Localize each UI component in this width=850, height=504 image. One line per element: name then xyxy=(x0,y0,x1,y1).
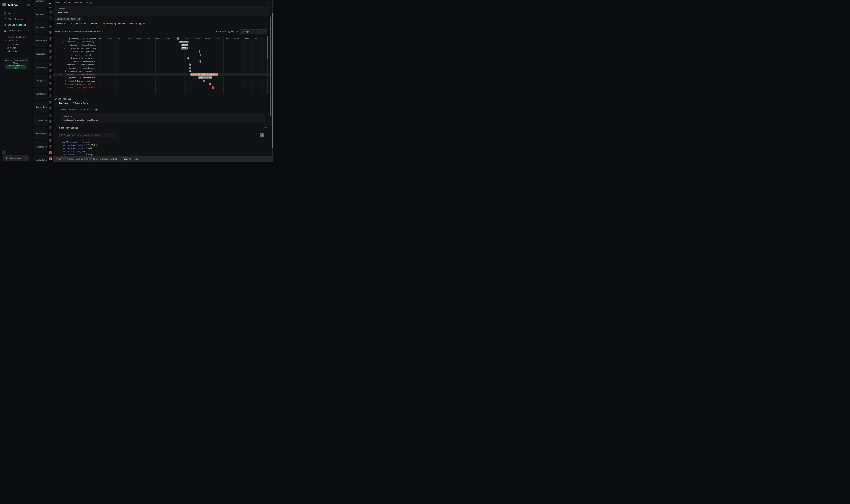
waterfall-row[interactable]: (1)quote | POST /getquote xyxy=(53,50,96,53)
waterfall-row[interactable]: (1)shipping | POST http://quo… xyxy=(53,47,96,50)
session-detail-search-input[interactable]: Sea xyxy=(49,10,53,14)
map-pin-icon[interactable] xyxy=(49,56,53,60)
map-pin-icon[interactable] xyxy=(49,31,53,35)
span-duration-bar[interactable]: oteldemo.Sh xyxy=(179,41,188,43)
chevron-down-icon[interactable] xyxy=(62,44,64,46)
network-error-event-icon[interactable] xyxy=(49,151,53,155)
waterfall-row[interactable]: payment | Visa cache full: c… xyxy=(53,83,96,86)
session-list-item[interactable]: Shaniya.Sc xyxy=(33,74,48,87)
attribute-key[interactable]: net.sock.peer.port xyxy=(63,147,83,149)
session-list-item[interactable]: Deion37@gm xyxy=(33,35,48,47)
map-pin-icon[interactable] xyxy=(49,37,53,41)
page-scrollbar[interactable] xyxy=(272,0,273,162)
span-duration-bar[interactable]: P xyxy=(199,50,200,53)
chevron-down-icon[interactable] xyxy=(60,64,61,66)
span-duration-bar[interactable]: E xyxy=(212,86,214,89)
session-list-item[interactable]: Kieran92@h xyxy=(33,88,48,100)
chevron-down-icon[interactable] xyxy=(64,48,66,49)
session-list-item[interactable]: Anonymous xyxy=(33,21,48,34)
span-duration-bar[interactable]: grpc.oteldemo.P xyxy=(198,76,212,79)
waterfall-row[interactable]: quote | calculate-quote xyxy=(53,60,96,63)
map-pin-icon[interactable] xyxy=(49,120,53,124)
sidebar-collapse-icon[interactable] xyxy=(27,3,30,6)
map-pin-icon[interactable] xyxy=(49,126,53,130)
collapse-section-icon[interactable] xyxy=(265,126,267,128)
waterfall-row[interactable]: (3)payment | grpc.oteldemo.Paymen… xyxy=(53,76,96,79)
session-list-item[interactable]: Walton9@ho xyxy=(33,48,48,60)
map-pin-icon[interactable] xyxy=(49,50,53,54)
waterfall-row[interactable]: payment | Error: Visa cache ful… xyxy=(53,86,96,89)
map-pin-icon[interactable] xyxy=(49,101,53,105)
map-pin-icon[interactable] xyxy=(49,145,53,149)
map-pin-icon[interactable] xyxy=(49,82,53,86)
create-dashboard-button[interactable]: + Create Dashboard xyxy=(5,36,26,38)
map-pin-icon[interactable] xyxy=(49,75,53,79)
session-list-item[interactable]: Roderick_S xyxy=(33,61,48,73)
span-duration-bar[interactable]: { xyxy=(200,54,201,56)
chevron-down-icon[interactable] xyxy=(60,41,61,43)
preset-item-clickhouse[interactable]: Clickhouse xyxy=(7,43,30,46)
map-pin-icon[interactable] xyxy=(49,139,53,143)
map-pin-icon[interactable] xyxy=(49,88,53,92)
scrollbar-thumb[interactable] xyxy=(272,13,273,148)
waterfall-row[interactable]: quote | Calculated q… xyxy=(53,56,96,60)
waterfall-row[interactable]: (1)checkout | oteldemo.PaymentServi… xyxy=(53,73,96,76)
span-duration-bar[interactable]: V xyxy=(209,83,211,86)
span-duration-bar[interactable]: c xyxy=(199,60,201,62)
panel-scrollbar-thumb[interactable] xyxy=(270,16,271,116)
event-tab-column-values[interactable]: Column Values xyxy=(73,102,88,104)
map-pin-icon[interactable] xyxy=(49,94,53,98)
waterfall-row[interactable]: (1)currency | Currency/Convert xyxy=(53,66,96,70)
tab-trace[interactable]: Trace xyxy=(91,23,97,25)
span-duration-bar[interactable]: o xyxy=(189,64,191,66)
map-pin-icon[interactable] xyxy=(49,69,53,73)
scrollbar-thumb[interactable] xyxy=(267,36,268,59)
edit-pencil-icon[interactable] xyxy=(102,30,104,33)
waterfall-row[interactable]: (1)shipping | oteldemo.Shipping… xyxy=(53,43,96,47)
gear-icon[interactable] xyxy=(260,133,265,137)
help-button[interactable]: ? xyxy=(1,150,6,155)
session-list-item[interactable]: Pearl43@ho xyxy=(33,127,48,140)
waterfall-row[interactable]: (1)checkout | oteldemo.CurrencySe… xyxy=(53,63,96,67)
map-pin-icon[interactable] xyxy=(49,24,53,29)
sidebar-item-client-sessions[interactable]: Client Sessions xyxy=(0,22,33,28)
session-list-item[interactable]: Howard.Run xyxy=(33,101,48,113)
span-duration-bar[interactable]: POST ht xyxy=(181,47,188,50)
span-duration-bar[interactable]: oteldemo.PaymentService/Charge xyxy=(191,73,218,76)
chevron-down-icon[interactable] xyxy=(62,77,64,78)
session-list-item[interactable]: Dolly.Lubo xyxy=(33,154,48,162)
sidebar-item-chart-explorer[interactable]: Chart Explorer xyxy=(0,16,33,22)
preset-item-services[interactable]: Services xyxy=(7,46,30,50)
waterfall-scrollbar[interactable] xyxy=(267,36,268,94)
get-started-button[interactable]: Get Started for Free xyxy=(6,65,26,69)
span-duration-bar[interactable]: C xyxy=(189,67,191,69)
chevron-down-icon[interactable] xyxy=(66,51,67,53)
attribute-group-row[interactable]: ▾ SpanAttributes {} 6 keys xyxy=(60,141,89,143)
map-pin-icon[interactable] xyxy=(49,43,53,48)
presets-toggle[interactable]: PRESETS xyxy=(5,40,17,41)
tab-surrounding-context[interactable]: Surrounding Context xyxy=(103,23,125,25)
tab-overview[interactable]: Overview xyxy=(56,23,66,25)
span-duration-bar[interactable]: C xyxy=(187,57,189,59)
close-icon[interactable] xyxy=(266,2,269,4)
span-duration-bar[interactable]: C xyxy=(189,70,191,72)
chevron-down-icon[interactable] xyxy=(68,54,69,56)
chevron-down-icon[interactable] xyxy=(62,67,64,69)
sidebar-item-dashboards[interactable]: Dashboards xyxy=(0,28,33,34)
attribute-key[interactable]: rpc.grpc.status_code xyxy=(63,150,85,152)
waterfall-row[interactable]: currency | Convert convers… xyxy=(53,37,96,40)
session-detail-highlight-button[interactable]: H xyxy=(49,16,53,20)
session-list-item[interactable]: Jonathan.B xyxy=(33,141,48,153)
log-source-select[interactable]: Logs xyxy=(240,29,267,34)
attribute-key[interactable]: rpc.method xyxy=(63,154,74,156)
event-tab-overview[interactable]: Overview xyxy=(59,102,68,104)
session-list-item[interactable]: Anonymous xyxy=(33,8,48,20)
map-pin-icon[interactable] xyxy=(49,62,53,67)
tab-column-values[interactable]: Column Values xyxy=(71,23,86,25)
attribute-key[interactable]: net.sock.peer.addr xyxy=(63,144,83,146)
local-mode-menu[interactable]: U Local mode xyxy=(3,156,29,161)
waterfall-row[interactable]: (2)quote | {closure} xyxy=(53,53,96,57)
span-duration-bar[interactable] xyxy=(177,37,179,40)
map-pin-icon[interactable] xyxy=(49,107,53,111)
service-name-chip[interactable]: ServiceName: frontend xyxy=(55,17,82,21)
